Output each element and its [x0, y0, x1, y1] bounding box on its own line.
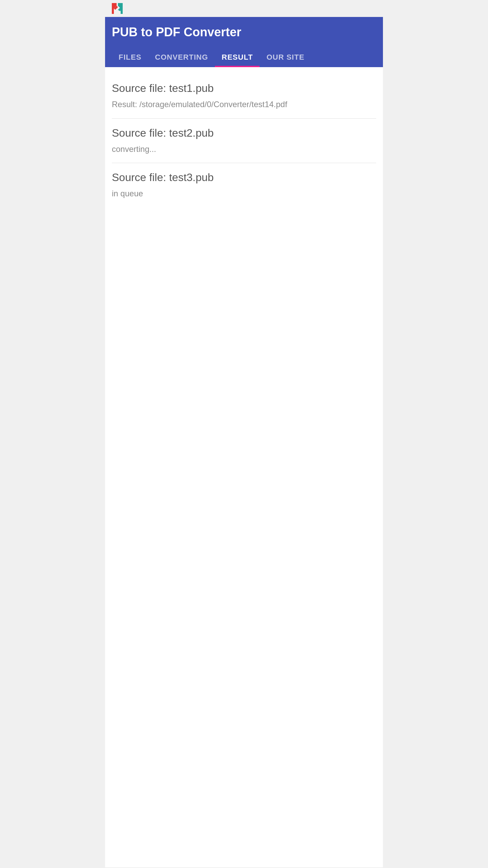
file-item-2: Source file: test2.pub converting...	[112, 119, 376, 163]
file-result-1: Result: /storage/emulated/0/Converter/te…	[112, 99, 376, 110]
app-logo-icon	[110, 2, 124, 15]
source-file-2: Source file: test2.pub	[112, 127, 376, 139]
tab-result[interactable]: RESULT	[215, 47, 260, 67]
tab-files[interactable]: FILES	[112, 47, 148, 67]
tab-our-site[interactable]: OUR SITE	[260, 47, 311, 67]
source-file-1: Source file: test1.pub	[112, 82, 376, 95]
file-status-2: converting...	[112, 143, 376, 155]
app-header: PUB to PDF Converter FILES CONVERTING RE…	[105, 17, 383, 67]
app-title: PUB to PDF Converter	[112, 25, 376, 39]
tab-converting[interactable]: CONVERTING	[148, 47, 215, 67]
file-item-3: Source file: test3.pub in queue	[112, 163, 376, 208]
content-area: Source file: test1.pub Result: /storage/…	[105, 67, 383, 867]
file-status-3: in queue	[112, 188, 376, 199]
tab-bar: FILES CONVERTING RESULT OUR SITE	[112, 47, 376, 67]
source-file-3: Source file: test3.pub	[112, 171, 376, 184]
status-bar	[105, 0, 383, 17]
file-item-1: Source file: test1.pub Result: /storage/…	[112, 74, 376, 119]
